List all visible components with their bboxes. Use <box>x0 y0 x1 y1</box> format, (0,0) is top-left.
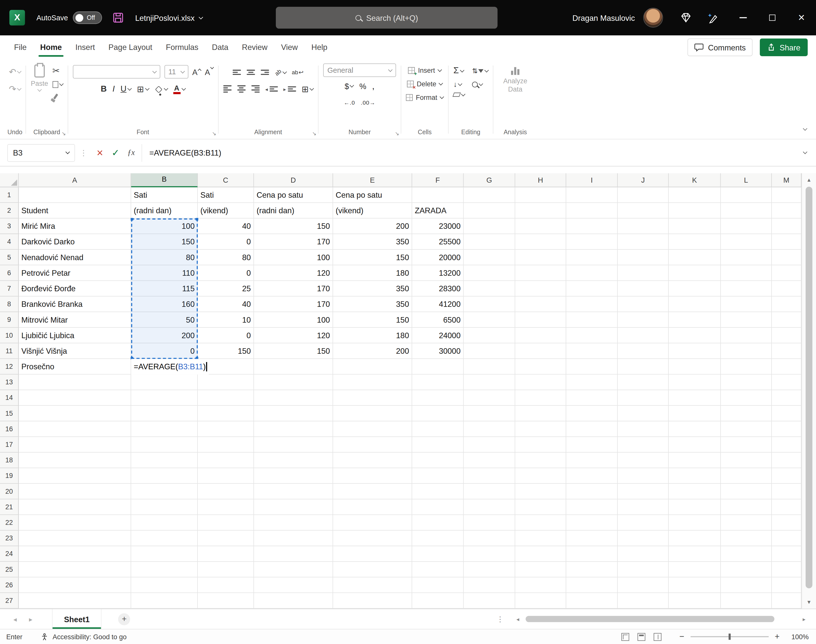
cell-J11[interactable] <box>618 343 668 359</box>
cell-B17[interactable] <box>131 437 198 452</box>
cell-H21[interactable] <box>515 499 566 515</box>
cell-H11[interactable] <box>515 343 566 359</box>
zoom-level[interactable]: 100% <box>786 633 809 641</box>
cell-A23[interactable] <box>19 531 131 546</box>
cell-K24[interactable] <box>668 546 721 562</box>
cell-M22[interactable] <box>772 515 801 531</box>
cell-I21[interactable] <box>566 499 618 515</box>
align-middle-button[interactable] <box>247 70 255 75</box>
cell-D21[interactable] <box>254 499 333 515</box>
cell-L1[interactable] <box>721 187 772 203</box>
column-header-C[interactable]: C <box>198 173 254 187</box>
cell-I13[interactable] <box>566 374 618 390</box>
cell-A6[interactable]: Petrović Petar <box>19 265 131 281</box>
excel-logo-icon[interactable]: X <box>9 10 25 25</box>
cell-J10[interactable] <box>618 328 668 343</box>
cell-F4[interactable]: 25500 <box>412 234 464 250</box>
cell-K23[interactable] <box>668 531 721 546</box>
column-header-K[interactable]: K <box>668 173 721 187</box>
cell-I6[interactable] <box>566 265 618 281</box>
cell-L16[interactable] <box>721 421 772 437</box>
cell-G14[interactable] <box>464 390 515 406</box>
cell-F5[interactable]: 20000 <box>412 250 464 265</box>
cell-G6[interactable] <box>464 265 515 281</box>
cell-D19[interactable] <box>254 468 333 484</box>
cell-D15[interactable] <box>254 406 333 421</box>
cell-B9[interactable]: 50 <box>131 312 198 328</box>
cell-H14[interactable] <box>515 390 566 406</box>
cell-G3[interactable] <box>464 219 515 234</box>
cell-L27[interactable] <box>721 593 772 609</box>
cell-G2[interactable] <box>464 203 515 219</box>
cell-D25[interactable] <box>254 562 333 577</box>
column-header-M[interactable]: M <box>772 173 801 187</box>
cell-A16[interactable] <box>19 421 131 437</box>
cell-K12[interactable] <box>668 359 721 374</box>
cell-K13[interactable] <box>668 374 721 390</box>
cell-A11[interactable]: Višnjić Višnja <box>19 343 131 359</box>
editor-pen-button[interactable] <box>702 6 724 29</box>
insert-cells-button[interactable]: +Insert <box>408 63 441 77</box>
cell-I14[interactable] <box>566 390 618 406</box>
cell-A1[interactable] <box>19 187 131 203</box>
cell-B21[interactable] <box>131 499 198 515</box>
save-button[interactable] <box>112 12 124 24</box>
cell-J15[interactable] <box>618 406 668 421</box>
cell-B5[interactable]: 80 <box>131 250 198 265</box>
currency-button[interactable]: $ <box>345 81 353 90</box>
cell-D1[interactable]: Cena po satu <box>254 187 333 203</box>
cell-D5[interactable]: 100 <box>254 250 333 265</box>
cell-K20[interactable] <box>668 484 721 499</box>
cell-D12[interactable] <box>254 359 333 374</box>
cell-C15[interactable] <box>198 406 254 421</box>
cell-M21[interactable] <box>772 499 801 515</box>
cell-F22[interactable] <box>412 515 464 531</box>
cell-G24[interactable] <box>464 546 515 562</box>
cell-M13[interactable] <box>772 374 801 390</box>
cell-I27[interactable] <box>566 593 618 609</box>
cell-G23[interactable] <box>464 531 515 546</box>
cell-E14[interactable] <box>333 390 412 406</box>
cell-H26[interactable] <box>515 577 566 593</box>
cell-E16[interactable] <box>333 421 412 437</box>
cell-G19[interactable] <box>464 468 515 484</box>
cell-J14[interactable] <box>618 390 668 406</box>
cell-I18[interactable] <box>566 452 618 468</box>
align-right-button[interactable] <box>251 85 259 93</box>
cell-F9[interactable]: 6500 <box>412 312 464 328</box>
cell-E21[interactable] <box>333 499 412 515</box>
editing-cell-B12[interactable]: =AVERAGE(B3:B11) <box>131 359 208 374</box>
cell-A21[interactable] <box>19 499 131 515</box>
cell-M11[interactable] <box>772 343 801 359</box>
cell-B14[interactable] <box>131 390 198 406</box>
cell-F18[interactable] <box>412 452 464 468</box>
cell-L26[interactable] <box>721 577 772 593</box>
row-header-20[interactable]: 20 <box>0 484 19 499</box>
cell-K14[interactable] <box>668 390 721 406</box>
cell-H27[interactable] <box>515 593 566 609</box>
cell-B25[interactable] <box>131 562 198 577</box>
cell-F24[interactable] <box>412 546 464 562</box>
cell-K18[interactable] <box>668 452 721 468</box>
cell-H12[interactable] <box>515 359 566 374</box>
column-header-D[interactable]: D <box>254 173 333 187</box>
cell-I10[interactable] <box>566 328 618 343</box>
cell-I15[interactable] <box>566 406 618 421</box>
cell-L15[interactable] <box>721 406 772 421</box>
cell-I3[interactable] <box>566 219 618 234</box>
cell-C2[interactable]: (vikend) <box>198 203 254 219</box>
format-cells-button[interactable]: Format <box>406 90 444 104</box>
cell-H8[interactable] <box>515 296 566 312</box>
increase-font-button[interactable]: A <box>192 67 201 76</box>
cell-C4[interactable]: 0 <box>198 234 254 250</box>
cell-G5[interactable] <box>464 250 515 265</box>
cell-J8[interactable] <box>618 296 668 312</box>
column-header-F[interactable]: F <box>412 173 464 187</box>
cell-A17[interactable] <box>19 437 131 452</box>
column-header-G[interactable]: G <box>464 173 515 187</box>
row-header-9[interactable]: 9 <box>0 312 19 328</box>
cell-M23[interactable] <box>772 531 801 546</box>
increase-indent-button[interactable]: ▸ <box>283 86 296 92</box>
cell-A7[interactable]: Đorđević Đorđe <box>19 281 131 296</box>
cell-I2[interactable] <box>566 203 618 219</box>
